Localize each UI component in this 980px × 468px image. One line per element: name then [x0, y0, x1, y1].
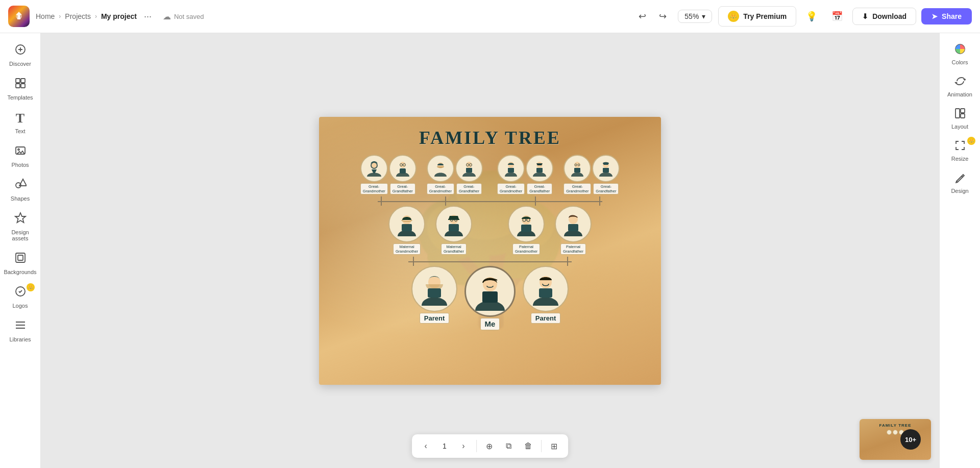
svg-rect-3 — [21, 79, 25, 83]
design-icon — [954, 172, 966, 186]
canvas-area[interactable]: 🌳 FAMILY TREE — [41, 33, 939, 468]
sidebar-right-layout[interactable]: Layout — [942, 104, 978, 134]
paternal-gm-label: PaternalGrandmother — [512, 243, 540, 255]
more-options-button[interactable]: ··· — [141, 10, 155, 23]
svg-rect-34 — [603, 168, 609, 173]
colors-icon — [954, 43, 966, 57]
add-page-button[interactable]: ⊕ — [481, 437, 498, 455]
great-gm-4-label: Great-Grandmother — [564, 183, 591, 194]
discover-label: Discover — [9, 61, 31, 67]
great-gm-2-label: Great-Grandmother — [427, 183, 454, 194]
delete-page-button[interactable]: 🗑 — [520, 437, 537, 455]
download-button[interactable]: ⬇ Download — [852, 8, 916, 25]
zoom-control[interactable]: 55% ▾ — [678, 10, 712, 23]
sidebar-item-photos[interactable]: Photos — [2, 140, 39, 172]
sidebar-item-templates[interactable]: Templates — [2, 73, 39, 105]
maternal-gm-label: MaternalGrandmother — [393, 243, 421, 255]
calendar-button[interactable]: 📅 — [827, 6, 847, 27]
libraries-label: Libraries — [9, 336, 31, 342]
page-toolbar: ‹ 1 › ⊕ ⧉ 🗑 ⊞ — [412, 434, 568, 458]
next-page-button[interactable]: › — [455, 437, 472, 455]
duplicate-page-button[interactable]: ⧉ — [500, 437, 518, 455]
toolbar-divider-1 — [476, 440, 477, 452]
parent-left: Parent — [411, 266, 457, 330]
prev-page-button[interactable]: ‹ — [417, 437, 434, 455]
svg-rect-9 — [16, 253, 25, 262]
svg-rect-52 — [482, 291, 498, 303]
sidebar-left: Discover Templates T Text — [0, 33, 41, 468]
svg-rect-58 — [961, 114, 965, 118]
logos-label: Logos — [13, 303, 28, 309]
svg-rect-5 — [21, 84, 25, 88]
sidebar-right-animation[interactable]: Animation — [942, 71, 978, 102]
sidebar-right-resize[interactable]: 👑 Resize — [942, 136, 978, 166]
photos-icon — [14, 144, 27, 160]
share-label: Share — [942, 12, 962, 20]
svg-rect-54 — [539, 288, 552, 298]
svg-rect-2 — [16, 79, 20, 83]
sidebar-item-libraries[interactable]: Libraries — [2, 315, 39, 347]
great-gf-3-circle — [526, 155, 553, 182]
design-label: Design — [951, 188, 968, 194]
svg-rect-46 — [521, 225, 531, 232]
sidebar-right-design[interactable]: Design — [942, 168, 978, 198]
toolbar-divider-2 — [541, 440, 542, 452]
svg-rect-4 — [16, 84, 20, 88]
thumbnail-count: 10+ — [900, 429, 921, 450]
great-gf-3-label: Great-Grandfather — [527, 183, 552, 194]
svg-rect-32 — [574, 168, 580, 173]
me-label: Me — [480, 318, 500, 330]
text-icon: T — [16, 111, 24, 126]
breadcrumb-sep1: › — [59, 13, 61, 20]
cloud-icon: ☁ — [163, 12, 171, 21]
great-gf-4: Great-Grandfather — [592, 155, 620, 194]
paternal-grandfather: PaternalGrandfather — [555, 206, 592, 255]
great-gm-3: Great-Grandmother — [497, 155, 525, 194]
svg-rect-50 — [428, 288, 441, 298]
try-premium-button[interactable]: 👑 Try Premium — [718, 6, 796, 27]
great-gf-2-label: Great-Grandfather — [456, 183, 482, 194]
great-gm-4-circle — [564, 155, 591, 182]
parent-right-circle — [523, 266, 569, 312]
lightbulb-button[interactable]: 💡 — [801, 6, 822, 27]
great-gf-2-circle — [455, 155, 483, 182]
svg-point-7 — [18, 149, 19, 151]
maternal-gf-circle — [435, 206, 472, 242]
breadcrumb-projects[interactable]: Projects — [65, 12, 91, 20]
maternal-grandmother: MaternalGrandmother — [388, 206, 425, 255]
sidebar-item-text[interactable]: T Text — [2, 107, 39, 138]
paternal-gf-circle — [555, 206, 592, 242]
svg-rect-24 — [466, 168, 472, 173]
sidebar-item-logos[interactable]: 👑 Logos — [2, 281, 39, 313]
great-gm-1-circle — [360, 155, 388, 182]
app-logo[interactable] — [8, 6, 30, 27]
maternal-grandfather: MaternalGrandfather — [435, 206, 472, 255]
breadcrumb-home[interactable]: Home — [36, 12, 55, 20]
me-person: Me — [464, 266, 516, 330]
breadcrumb-sep2: › — [95, 13, 97, 20]
svg-rect-56 — [955, 109, 960, 118]
great-gf-3: Great-Grandfather — [526, 155, 553, 194]
great-gm-2-circle — [427, 155, 454, 182]
share-button[interactable]: ➤ Share — [921, 8, 972, 24]
sidebar-item-design-assets[interactable]: Design assets — [2, 208, 39, 245]
sidebar-item-backgrounds[interactable]: Backgrounds — [2, 248, 39, 279]
logos-icon — [14, 285, 27, 301]
download-icon: ⬇ — [862, 12, 868, 20]
redo-button[interactable]: ↪ — [653, 7, 672, 26]
sidebar-item-discover[interactable]: Discover — [2, 39, 39, 71]
resize-crown-badge: 👑 — [967, 137, 975, 145]
paternal-gm-circle — [508, 206, 545, 242]
sidebar-item-shapes[interactable]: Shapes — [2, 174, 39, 206]
undo-button[interactable]: ↩ — [633, 7, 651, 26]
premium-badge: 👑 — [728, 11, 739, 22]
svg-rect-26 — [508, 168, 514, 173]
paternal-grandmother: PaternalGrandmother — [508, 206, 545, 255]
grid-view-button[interactable]: ⊞ — [546, 437, 563, 455]
me-circle — [464, 266, 516, 317]
canvas-content[interactable]: 🌳 FAMILY TREE — [319, 117, 661, 385]
discover-icon — [14, 43, 27, 59]
try-premium-label: Try Premium — [743, 12, 787, 20]
sidebar-right-colors[interactable]: Colors — [942, 39, 978, 69]
parent-left-label: Parent — [420, 313, 449, 324]
